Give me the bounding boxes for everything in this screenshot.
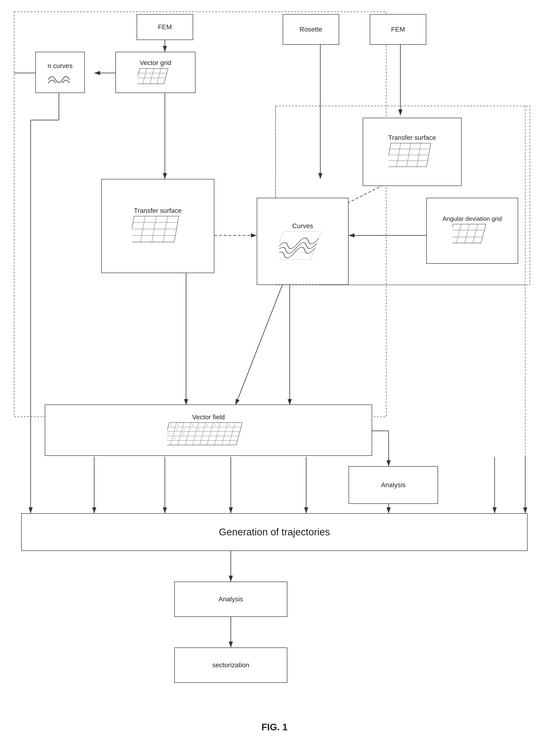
svg-line-14 (235, 266, 290, 405)
svg-text:↗: ↗ (177, 424, 179, 426)
svg-line-65 (311, 231, 321, 260)
svg-text:→: → (167, 442, 167, 444)
svg-line-75 (200, 423, 205, 445)
rosette-box: Rosette (283, 14, 339, 45)
svg-text:↗: ↗ (169, 424, 172, 426)
vector-grid-icon (138, 67, 173, 86)
svg-text:↑: ↑ (198, 424, 200, 426)
svg-text:→: → (220, 424, 223, 426)
transfer-surface-top-right-box: Transfer surface (363, 118, 462, 186)
svg-text:→: → (168, 429, 171, 431)
svg-text:↑: ↑ (205, 429, 206, 431)
svg-line-76 (207, 423, 213, 445)
vector-field-icon: ↗ ↗ → ↗ ↑ ↗ ↗ → ↗ → ↗ ↗ → ↗ ↑ → ↗ → ↗ ↗ (167, 421, 250, 447)
svg-text:→: → (190, 429, 193, 431)
figure-label: FIG. 1 (0, 722, 549, 732)
svg-rect-36 (138, 69, 168, 84)
curves-icon (279, 230, 326, 261)
svg-line-50 (456, 224, 461, 243)
analysis-bottom-box: Analysis (174, 582, 287, 617)
arrow-overlay (0, 0, 549, 756)
transfer-surface-mid-icon (132, 215, 184, 246)
svg-line-51 (464, 224, 469, 243)
transfer-surface-top-right-icon (389, 142, 436, 170)
svg-text:↗: ↗ (173, 437, 175, 440)
fem-top-box: FEM (137, 14, 193, 40)
svg-text:↗: ↗ (228, 424, 230, 426)
svg-line-74 (192, 423, 198, 445)
sectorization-box: sectorization (174, 647, 287, 683)
svg-text:→: → (174, 433, 177, 435)
svg-line-39 (157, 69, 161, 84)
transfer-surface-mid-box: Transfer surface (101, 179, 214, 273)
svg-text:→: → (212, 429, 215, 431)
angular-deviation-grid-box: Angular deviation grid (426, 198, 518, 264)
svg-line-52 (473, 224, 478, 243)
vector-grid-box: Vector grid (115, 52, 195, 93)
svg-text:↗: ↗ (213, 424, 215, 426)
svg-text:↗: ↗ (197, 429, 200, 431)
vector-field-box: Vector field ↗ ↗ → (45, 404, 372, 456)
svg-text:→: → (184, 424, 187, 426)
n-curves-box: n curves (35, 52, 85, 93)
svg-text:↗: ↗ (175, 429, 178, 431)
gen-trajectories-box: Generation of trajectories (21, 513, 528, 551)
svg-line-79 (229, 423, 235, 445)
svg-text:↗: ↗ (167, 437, 168, 440)
svg-rect-49 (452, 224, 486, 243)
svg-text:↗: ↗ (191, 424, 193, 426)
n-curves-icon (46, 70, 74, 83)
analysis-right-box: Analysis (349, 466, 438, 504)
fem-right-box: FEM (370, 14, 426, 45)
diagram-container: FEM n curves Vector grid Rosette (0, 0, 549, 756)
svg-line-38 (150, 69, 154, 84)
svg-line-37 (143, 69, 147, 84)
svg-text:↗: ↗ (181, 433, 184, 435)
svg-text:↗: ↗ (183, 429, 185, 431)
svg-text:↗: ↗ (167, 433, 169, 435)
curves-box: Curves (257, 198, 349, 285)
angular-deviation-icon (452, 223, 492, 247)
svg-line-77 (214, 423, 220, 445)
svg-text:↗: ↗ (206, 424, 208, 426)
